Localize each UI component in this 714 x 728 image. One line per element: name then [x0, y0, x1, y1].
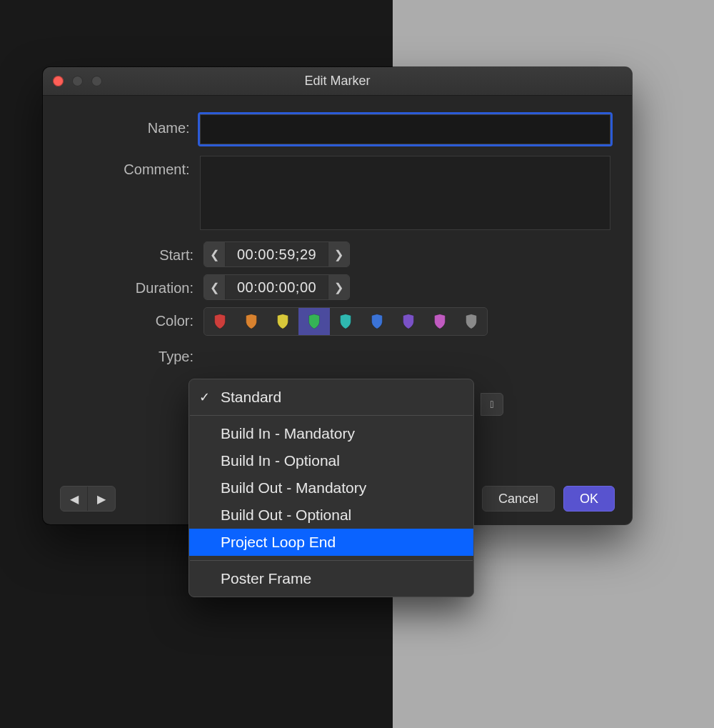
duration-stepper: ❮ 00:00:00;00 ❯ [203, 274, 350, 300]
shield-icon [401, 313, 416, 330]
shield-icon [276, 313, 290, 330]
prev-marker-button[interactable]: ◀ [61, 487, 88, 511]
color-swatch-teal[interactable] [330, 308, 361, 335]
type-label: Type: [64, 343, 203, 365]
triangle-left-icon: ◀ [70, 492, 79, 506]
type-popup-button[interactable]: 􀆈 [481, 393, 503, 416]
window-title: Edit Marker [304, 74, 370, 89]
zoom-icon[interactable] [91, 76, 102, 86]
window-controls [53, 76, 102, 86]
type-option[interactable]: Build In - Optional [189, 447, 473, 474]
menu-separator [190, 415, 473, 416]
cancel-button[interactable]: Cancel [482, 486, 555, 512]
type-option-label: Build Out - Optional [221, 507, 351, 523]
start-stepper: ❮ 00:00:59;29 ❯ [203, 241, 350, 267]
chevron-right-icon: ❯ [334, 248, 343, 261]
shield-icon [433, 313, 447, 330]
type-dropdown-menu: ✓StandardBuild In - MandatoryBuild In - … [188, 379, 474, 597]
type-option[interactable]: Build Out - Optional [189, 502, 473, 529]
color-label: Color: [64, 307, 203, 329]
type-option[interactable]: Poster Frame [189, 565, 473, 592]
duration-decrement-button[interactable]: ❮ [204, 275, 226, 299]
type-option[interactable]: Project Loop End [189, 529, 473, 556]
color-swatch-green[interactable] [298, 308, 330, 335]
color-picker [203, 307, 488, 336]
type-option-label: Build Out - Mandatory [221, 479, 366, 496]
triangle-right-icon: ▶ [97, 492, 106, 506]
chevron-left-icon: ❮ [210, 281, 219, 294]
shield-icon [244, 313, 258, 330]
next-marker-button[interactable]: ▶ [88, 487, 115, 511]
check-icon: ✓ [199, 389, 210, 405]
type-option-label: Standard [221, 389, 281, 405]
color-swatch-blue[interactable] [361, 308, 393, 335]
comment-input[interactable] [200, 156, 610, 230]
color-swatch-magenta[interactable] [424, 308, 456, 335]
name-input[interactable] [200, 114, 610, 144]
titlebar: Edit Marker [43, 67, 632, 96]
type-option[interactable]: Build In - Mandatory [189, 420, 473, 447]
duration-value[interactable]: 00:00:00;00 [226, 275, 328, 299]
updown-icon: 􀆈 [490, 399, 493, 410]
duration-increment-button[interactable]: ❯ [328, 275, 349, 299]
minimize-icon[interactable] [72, 76, 83, 86]
start-decrement-button[interactable]: ❮ [204, 242, 226, 266]
start-value[interactable]: 00:00:59;29 [226, 242, 328, 266]
duration-label: Duration: [64, 274, 203, 296]
close-icon[interactable] [53, 76, 64, 86]
color-swatch-yellow[interactable] [267, 308, 298, 335]
type-option-label: Poster Frame [221, 570, 311, 587]
shield-icon [464, 313, 478, 330]
color-swatch-red[interactable] [204, 308, 236, 335]
form: Name: Comment: Start: ❮ 00:00:59;29 ❯ Du… [43, 96, 632, 387]
type-option-label: Project Loop End [221, 534, 336, 550]
menu-separator [190, 560, 473, 561]
type-option-label: Build In - Mandatory [221, 425, 355, 442]
name-label: Name: [64, 114, 200, 136]
color-swatch-gray[interactable] [456, 308, 487, 335]
cancel-button-label: Cancel [498, 492, 538, 506]
type-option[interactable]: Build Out - Mandatory [189, 474, 473, 502]
shield-icon [307, 313, 321, 330]
comment-label: Comment: [64, 156, 200, 178]
marker-nav: ◀ ▶ [60, 486, 116, 512]
color-swatch-orange[interactable] [236, 308, 267, 335]
shield-icon [338, 313, 353, 330]
chevron-left-icon: ❮ [210, 248, 219, 261]
ok-button[interactable]: OK [563, 486, 615, 512]
start-label: Start: [64, 241, 203, 264]
shield-icon [370, 313, 384, 330]
shield-icon [213, 313, 227, 330]
ok-button-label: OK [580, 492, 598, 506]
type-option[interactable]: ✓Standard [189, 384, 473, 411]
chevron-right-icon: ❯ [334, 281, 343, 294]
start-increment-button[interactable]: ❯ [328, 242, 349, 266]
color-swatch-purple[interactable] [393, 308, 424, 335]
type-option-label: Build In - Optional [221, 452, 340, 469]
